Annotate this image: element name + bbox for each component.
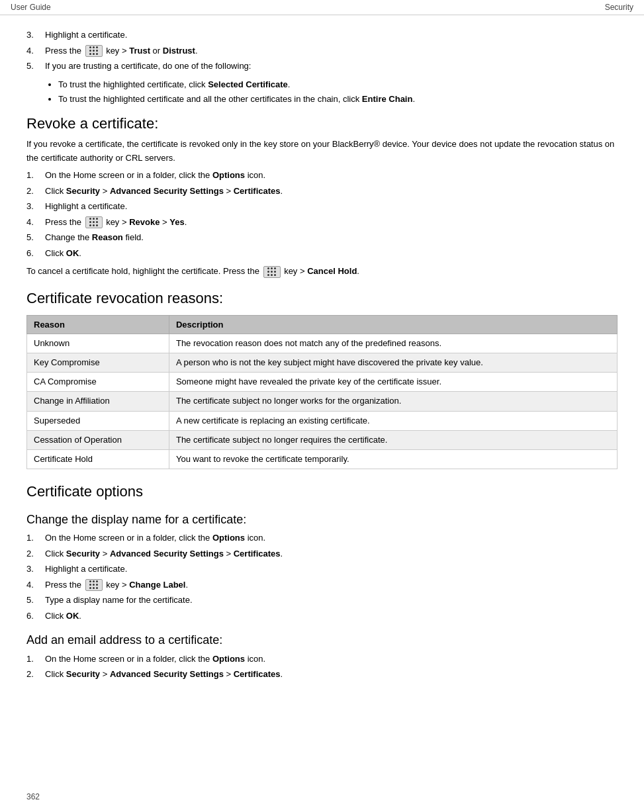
desc-cert-hold: You want to revoke the certificate tempo… <box>169 449 617 469</box>
revoke-step-1: 1. On the Home screen or in a folder, cl… <box>26 169 618 182</box>
reason-cert-hold: Certificate Hold <box>27 449 169 469</box>
bullets-top: To trust the highlighted certificate, cl… <box>58 78 618 107</box>
revoke-heading: Revoke a certificate: <box>26 114 618 134</box>
table-header-row: Reason Description <box>27 315 618 334</box>
page-header: User Guide Security <box>0 0 644 15</box>
table-row: Cessation of Operation The certificate s… <box>27 430 618 449</box>
cdn-step-6: 6. Click OK. <box>26 609 618 623</box>
cancel-hold-text: To cancel a certificate hold, highlight … <box>26 265 618 279</box>
add-email-steps: 1. On the Home screen or in a folder, cl… <box>26 653 618 681</box>
menu-key-icon <box>85 45 103 57</box>
reason-change-affiliation: Change in Affiliation <box>27 392 169 411</box>
page-content: 3. Highlight a certificate. 4. Press the… <box>0 15 644 713</box>
desc-cessation: The certificate subject no longer requir… <box>169 430 617 449</box>
steps-top: 3. Highlight a certificate. 4. Press the… <box>26 28 618 73</box>
cert-options-heading: Certificate options <box>26 482 618 502</box>
add-email-heading: Add an email address to a certificate: <box>26 633 618 648</box>
bullet-1: To trust the highlighted certificate, cl… <box>58 78 618 92</box>
table-row: Certificate Hold You want to revoke the … <box>27 449 618 469</box>
table-body: Unknown The revocation reason does not m… <box>27 334 618 469</box>
page-footer: 362 <box>26 792 40 801</box>
desc-key-compromise: A person who is not the key subject migh… <box>169 353 617 372</box>
table-row: Superseded A new certificate is replacin… <box>27 411 618 430</box>
reason-key-compromise: Key Compromise <box>27 353 169 372</box>
table-row: Unknown The revocation reason does not m… <box>27 334 618 353</box>
desc-superseded: A new certificate is replacing an existi… <box>169 411 617 430</box>
table-row: Key Compromise A person who is not the k… <box>27 353 618 372</box>
revoke-step-4: 4. Press the key > Revoke > Yes. <box>26 216 618 229</box>
table-row: CA Compromise Someone might have reveale… <box>27 373 618 392</box>
revoke-step-5: 5. Change the Reason field. <box>26 231 618 244</box>
desc-change-affiliation: The certificate subject no longer works … <box>169 392 617 411</box>
cdn-step-3: 3. Highlight a certificate. <box>26 563 618 576</box>
reason-ca-compromise: CA Compromise <box>27 373 169 392</box>
header-right: Security <box>605 3 633 12</box>
cdn-step-1: 1. On the Home screen or in a folder, cl… <box>26 531 618 545</box>
reason-unknown: Unknown <box>27 334 169 353</box>
revocation-reasons-heading: Certificate revocation reasons: <box>26 289 618 308</box>
step-4: 4. Press the key > Trust or Distrust. <box>26 44 618 58</box>
ae-step-2: 2. Click Security > Advanced Security Se… <box>26 668 618 681</box>
reason-superseded: Superseded <box>27 411 169 430</box>
desc-ca-compromise: Someone might have revealed the private … <box>169 373 617 392</box>
header-left: User Guide <box>11 3 51 12</box>
bullet-2: To trust the highlighted certificate and… <box>58 93 618 107</box>
menu-key-icon-2 <box>85 216 103 228</box>
step-3: 3. Highlight a certificate. <box>26 28 618 42</box>
col-reason: Reason <box>27 315 169 334</box>
page-number: 362 <box>26 792 40 801</box>
desc-unknown: The revocation reason does not match any… <box>169 334 617 353</box>
menu-key-icon-3 <box>263 266 281 278</box>
ae-step-1: 1. On the Home screen or in a folder, cl… <box>26 653 618 666</box>
revoke-step-6: 6. Click OK. <box>26 247 618 260</box>
change-display-name-steps: 1. On the Home screen or in a folder, cl… <box>26 531 618 622</box>
reason-cessation: Cessation of Operation <box>27 430 169 449</box>
revoke-intro: If you revoke a certificate, the certifi… <box>26 138 618 165</box>
table-row: Change in Affiliation The certificate su… <box>27 392 618 411</box>
revocation-table: Reason Description Unknown The revocatio… <box>26 315 618 469</box>
cdn-step-2: 2. Click Security > Advanced Security Se… <box>26 547 618 561</box>
revoke-steps: 1. On the Home screen or in a folder, cl… <box>26 169 618 259</box>
change-display-name-heading: Change the display name for a certificat… <box>26 512 618 527</box>
menu-key-icon-4 <box>85 579 103 591</box>
cdn-step-5: 5. Type a display name for the certifica… <box>26 594 618 607</box>
revoke-step-3: 3. Highlight a certificate. <box>26 200 618 213</box>
step-5: 5. If you are trusting a certificate, do… <box>26 60 618 73</box>
cdn-step-4: 4. Press the key > Change Label. <box>26 578 618 592</box>
revoke-step-2: 2. Click Security > Advanced Security Se… <box>26 185 618 198</box>
col-description: Description <box>169 315 617 334</box>
